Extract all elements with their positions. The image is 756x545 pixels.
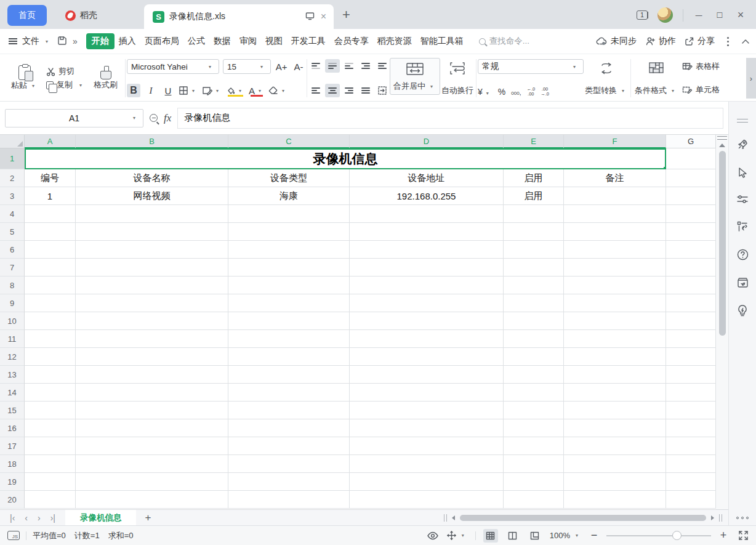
cell-D17[interactable] bbox=[350, 437, 504, 455]
sheet-tab-active[interactable]: 录像机信息 bbox=[65, 510, 137, 525]
align-center-button[interactable] bbox=[325, 84, 340, 97]
align-middle-button[interactable] bbox=[325, 59, 340, 73]
cell-C14[interactable] bbox=[228, 384, 350, 402]
page-break-view-button[interactable] bbox=[528, 529, 542, 543]
cell-F17[interactable] bbox=[564, 437, 666, 455]
column-header-A[interactable]: A bbox=[25, 135, 76, 148]
cell-F16[interactable] bbox=[564, 419, 666, 437]
cell-C19[interactable] bbox=[228, 473, 350, 491]
cell-G18[interactable] bbox=[666, 455, 716, 473]
menu-tab-dev-tools[interactable]: 开发工具 bbox=[287, 33, 330, 49]
cell-A7[interactable] bbox=[25, 259, 76, 277]
cell-C6[interactable] bbox=[228, 241, 350, 259]
wrap-text-button[interactable]: 自动换行 bbox=[440, 58, 475, 99]
row-header-10[interactable]: 10 bbox=[0, 312, 25, 330]
cell-B13[interactable] bbox=[76, 366, 228, 384]
cell-G14[interactable] bbox=[666, 384, 716, 402]
cell-B4[interactable] bbox=[76, 205, 228, 223]
menu-tab-insert[interactable]: 插入 bbox=[115, 33, 140, 49]
cell-D20[interactable] bbox=[350, 491, 504, 509]
cell-B9[interactable] bbox=[76, 294, 228, 312]
collapse-ribbon-icon[interactable] bbox=[741, 39, 750, 44]
select-cursor-icon[interactable] bbox=[736, 166, 749, 179]
cell-F9[interactable] bbox=[564, 294, 666, 312]
zoom-out-button[interactable]: − bbox=[589, 529, 599, 542]
zoom-slider-handle[interactable] bbox=[672, 531, 682, 540]
text-orientation-button[interactable] bbox=[375, 84, 390, 97]
cell-E18[interactable] bbox=[504, 455, 564, 473]
cell-A15[interactable] bbox=[25, 402, 76, 419]
justify-button[interactable] bbox=[358, 84, 373, 97]
row-header-19[interactable]: 19 bbox=[0, 473, 25, 491]
cell-D14[interactable] bbox=[350, 384, 504, 402]
cell-G12[interactable] bbox=[666, 348, 716, 366]
row-header-20[interactable]: 20 bbox=[0, 491, 25, 509]
first-sheet-button[interactable]: |‹ bbox=[10, 513, 15, 523]
cell-A9[interactable] bbox=[25, 294, 76, 312]
share-button[interactable]: 分享 bbox=[685, 36, 715, 47]
conditional-format-button[interactable]: 条件格式▾ bbox=[632, 58, 680, 99]
menu-tab-home[interactable]: 开始 bbox=[86, 33, 115, 49]
cell-F5[interactable] bbox=[564, 223, 666, 241]
save-icon[interactable] bbox=[57, 35, 68, 48]
row-header-13[interactable]: 13 bbox=[0, 366, 25, 384]
file-menu-caret-icon[interactable]: ▾ bbox=[46, 39, 48, 44]
cell-B5[interactable] bbox=[76, 223, 228, 241]
clear-format-button[interactable]: ▾ bbox=[268, 84, 288, 97]
font-color-button[interactable]: A▾ bbox=[249, 84, 265, 97]
column-header-B[interactable]: B bbox=[76, 135, 228, 148]
cell-C7[interactable] bbox=[228, 259, 350, 277]
cell-C3[interactable]: 海康 bbox=[228, 187, 350, 205]
cell-G4[interactable] bbox=[666, 205, 716, 223]
horizontal-scroll-thumb[interactable] bbox=[460, 515, 706, 521]
hscroll-left-grip[interactable] bbox=[444, 514, 447, 522]
cell-C8[interactable] bbox=[228, 277, 350, 294]
fill-color-button[interactable]: ▾ bbox=[226, 84, 245, 97]
cell-B2[interactable]: 设备名称 bbox=[76, 169, 228, 187]
cell-E9[interactable] bbox=[504, 294, 564, 312]
horizontal-scrollbar[interactable] bbox=[444, 514, 728, 522]
font-size-select[interactable]: 15▾ bbox=[223, 59, 271, 74]
row-header-3[interactable]: 3 bbox=[0, 187, 25, 205]
decrease-decimal-button[interactable]: ←.0 .00 bbox=[526, 87, 535, 97]
maximize-button[interactable]: ☐ bbox=[714, 11, 725, 20]
cell-E16[interactable] bbox=[504, 419, 564, 437]
add-sheet-button[interactable]: + bbox=[136, 512, 159, 524]
cell-B18[interactable] bbox=[76, 455, 228, 473]
row-header-9[interactable]: 9 bbox=[0, 294, 25, 312]
row-header-14[interactable]: 14 bbox=[0, 384, 25, 402]
cell-G9[interactable] bbox=[666, 294, 716, 312]
help-icon[interactable] bbox=[736, 248, 749, 261]
cell-style-button[interactable]: 单元格 bbox=[680, 83, 722, 97]
cell-B10[interactable] bbox=[76, 312, 228, 330]
cell-B11[interactable] bbox=[76, 330, 228, 348]
cell-F12[interactable] bbox=[564, 348, 666, 366]
hand-move-tool[interactable]: ▾ bbox=[446, 530, 468, 541]
column-header-G[interactable]: G bbox=[666, 135, 716, 148]
cell-A8[interactable] bbox=[25, 277, 76, 294]
menu-tab-formulas[interactable]: 公式 bbox=[183, 33, 209, 49]
row-header-5[interactable]: 5 bbox=[0, 223, 25, 241]
cell-C11[interactable] bbox=[228, 330, 350, 348]
underline-button[interactable]: U bbox=[161, 84, 175, 97]
column-header-D[interactable]: D bbox=[350, 135, 504, 148]
merge-center-button[interactable]: 合并居中▾ bbox=[390, 58, 440, 95]
cell-G7[interactable] bbox=[666, 259, 716, 277]
collaborate-button[interactable]: 协作 bbox=[645, 36, 676, 47]
cell-B7[interactable] bbox=[76, 259, 228, 277]
home-tab-button[interactable]: 首页 bbox=[7, 5, 47, 26]
italic-button[interactable]: I bbox=[144, 84, 158, 97]
cell-A19[interactable] bbox=[25, 473, 76, 491]
table-style-button[interactable]: 表格样 bbox=[680, 60, 722, 73]
vertical-scrollbar[interactable] bbox=[716, 134, 728, 509]
cell-D12[interactable] bbox=[350, 348, 504, 366]
cell-C18[interactable] bbox=[228, 455, 350, 473]
cell-C9[interactable] bbox=[228, 294, 350, 312]
number-format-select[interactable]: 常规▾ bbox=[478, 59, 584, 74]
window-manager-icon[interactable]: 1 bbox=[637, 10, 648, 20]
cell-F10[interactable] bbox=[564, 312, 666, 330]
cell-B8[interactable] bbox=[76, 277, 228, 294]
insert-function-button[interactable]: fx bbox=[164, 112, 171, 124]
cell-E11[interactable] bbox=[504, 330, 564, 348]
cell-B19[interactable] bbox=[76, 473, 228, 491]
